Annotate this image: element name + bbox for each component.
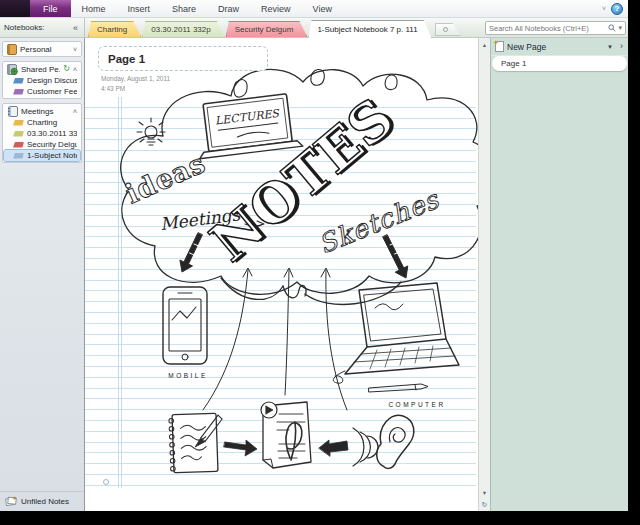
help-button[interactable]: ? — [611, 3, 623, 15]
notebook-label: Personal — [20, 45, 70, 54]
canvas-scrollbar[interactable]: ▲ ▼ ↻ — [478, 38, 490, 511]
page-title-box[interactable]: Page 1 — [98, 46, 268, 71]
ideas-label: ideas — [121, 147, 210, 209]
notebook-icon — [7, 106, 18, 117]
page-resize-handle[interactable] — [103, 479, 109, 485]
tab-insert[interactable]: Insert — [117, 0, 162, 17]
page-date: Monday, August 1, 2011 — [101, 74, 170, 84]
section-icon — [13, 131, 24, 137]
new-page-icon: ✦ — [495, 41, 504, 52]
page-canvas[interactable]: LECTURES ideas Meetings NOTES NOTES Sket… — [85, 38, 478, 511]
notebook-shared[interactable]: Shared Pe... ↻ ˄ — [4, 63, 80, 75]
page-datetime: Monday, August 1, 2011 4:43 PM — [101, 74, 170, 94]
section-tab-security[interactable]: Security Delgum — [226, 21, 308, 37]
chevron-up-icon[interactable]: ˄ — [73, 66, 77, 73]
tab-draw[interactable]: Draw — [207, 0, 250, 17]
sidebar-section-customer[interactable]: Customer Feedb... — [4, 86, 80, 97]
tab-view[interactable]: View — [302, 0, 343, 17]
sync-status-icon: ↻ — [63, 65, 70, 73]
arrow-right — [224, 440, 257, 456]
search-icon — [608, 24, 616, 32]
pages-panel: ✦ New Page ▼ › Page 1 — [490, 38, 628, 511]
ribbon-tab-bar: File Home Insert Share Draw Review View … — [0, 0, 628, 18]
notebook-label: Shared Pe... — [21, 65, 60, 74]
lightbulb-icon — [137, 118, 165, 145]
unfiled-notes-button[interactable]: Unfiled Notes — [0, 491, 84, 508]
section-icon — [13, 153, 24, 159]
page-navigation-icon[interactable]: ↻ — [479, 499, 490, 510]
section-tab-charting[interactable]: Charting — [88, 21, 141, 37]
minimize-ribbon-icon[interactable]: ˅ — [602, 5, 606, 12]
sidebar-section-date[interactable]: 03.30.2011 332p — [4, 128, 80, 139]
window-corner — [0, 0, 30, 17]
expand-panel-icon[interactable]: › — [620, 42, 623, 51]
tab-share[interactable]: Share — [161, 0, 207, 17]
scroll-up-button[interactable]: ▲ — [479, 39, 490, 50]
sidebar-section-security[interactable]: Security Delgum — [4, 139, 80, 150]
spiral-notebook-sketch — [169, 413, 224, 473]
unfiled-notes-label: Unfiled Notes — [21, 497, 69, 506]
section-icon — [13, 89, 24, 95]
notebooks-sidebar: Personal ˅ Shared Pe... ↻ ˄ — [0, 38, 85, 511]
unfiled-notes-icon — [5, 496, 17, 506]
page-list-item-page1[interactable]: Page 1 — [492, 56, 627, 71]
onenote-window: File Home Insert Share Draw Review View … — [0, 0, 628, 511]
section-tab-active[interactable]: 1-Subject Notebook 7 p. 111 — [308, 20, 431, 38]
sidebar-section-1subject-selected[interactable]: 1-Subject Noteb... — [4, 150, 80, 161]
ear-sketch — [353, 415, 414, 468]
search-box[interactable]: ▾ — [485, 21, 626, 35]
mobile-phone-sketch — [163, 287, 207, 364]
new-page-label: New Page — [507, 42, 604, 52]
search-input[interactable] — [489, 24, 608, 33]
page-title: Page 1 — [108, 53, 145, 65]
arrow-left — [319, 440, 348, 456]
page-time: 4:43 PM — [101, 84, 170, 94]
mobile-label: MOBILE — [168, 372, 208, 379]
collapse-navbar-icon[interactable]: « — [73, 23, 78, 33]
audio-note-sketch — [261, 402, 311, 468]
tab-review[interactable]: Review — [250, 0, 302, 17]
search-scope-dropdown-icon[interactable]: ▾ — [618, 24, 622, 32]
computer-label: COMPUTER — [388, 401, 445, 408]
section-icon — [13, 78, 24, 84]
new-page-dropdown-icon[interactable]: ▼ — [607, 44, 613, 50]
file-tab[interactable]: File — [30, 0, 71, 17]
notebook-personal[interactable]: Personal ˅ — [4, 43, 80, 55]
sidebar-section-design[interactable]: Design Discussi... — [4, 75, 80, 86]
scroll-down-button[interactable]: ▼ — [479, 487, 490, 498]
chevron-up-icon[interactable]: ˄ — [73, 108, 77, 115]
arrow-to-computer — [383, 235, 408, 278]
section-icon — [13, 120, 24, 126]
notebooks-label: Notebooks: — [4, 23, 44, 32]
shared-notebook-icon — [7, 64, 18, 75]
notebook-icon — [7, 44, 17, 55]
section-tab-strip: Notebooks: « Charting 03.30.2011 332p Se… — [0, 18, 628, 38]
laptop-sketch — [333, 283, 459, 392]
notebook-meetings[interactable]: Meetings ˄ — [4, 105, 80, 117]
arrow-to-mobile — [180, 233, 202, 272]
sidebar-section-charting[interactable]: Charting — [4, 117, 80, 128]
lecture-board: LECTURES — [193, 93, 303, 159]
new-section-icon — [443, 27, 448, 32]
notebook-label: Meetings — [21, 107, 70, 116]
new-page-button[interactable]: ✦ New Page ▼ › — [491, 38, 628, 56]
new-section-button[interactable] — [435, 23, 461, 36]
section-tab-date[interactable]: 03.30.2011 332p — [142, 21, 224, 37]
tab-home[interactable]: Home — [71, 0, 117, 17]
chevron-down-icon[interactable]: ˅ — [73, 46, 77, 53]
notes-sketch-drawing: LECTURES ideas Meetings NOTES NOTES Sket… — [85, 38, 478, 511]
section-icon — [13, 142, 24, 148]
